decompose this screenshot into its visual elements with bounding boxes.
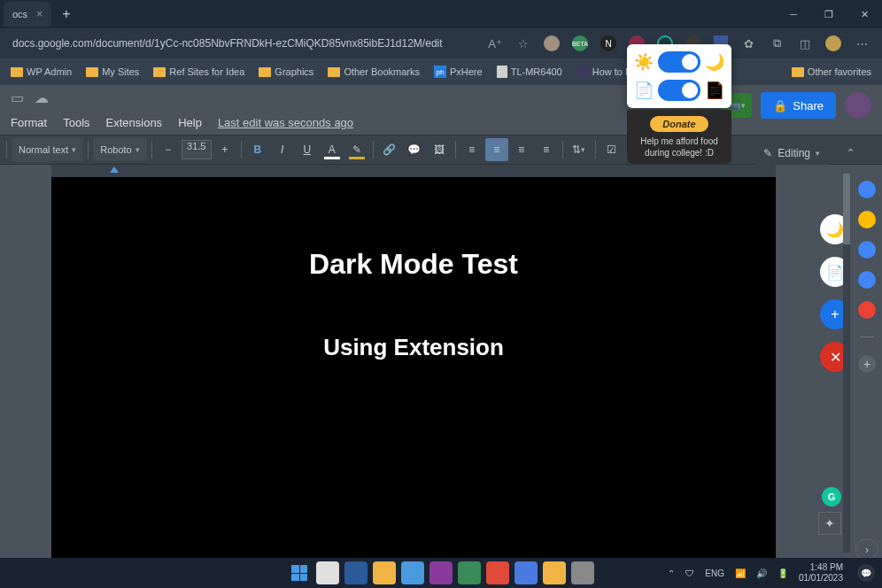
bookmark-item[interactable]: WP Admin — [5, 65, 77, 79]
edge-icon[interactable] — [401, 561, 424, 584]
taskbar-app-5[interactable] — [514, 561, 538, 584]
insert-comment-button[interactable]: 💬 — [403, 138, 426, 161]
collapse-toolbar-button[interactable]: ⌃ — [839, 142, 861, 163]
align-center-button[interactable]: ≡ — [485, 138, 508, 161]
wifi-icon[interactable]: 📶 — [735, 569, 746, 578]
collections-icon[interactable]: ⧉ — [769, 35, 785, 51]
last-edit-link[interactable]: Last edit was seconds ago — [218, 116, 353, 129]
new-tab-button[interactable]: + — [62, 6, 70, 22]
share-button[interactable]: 🔒Share — [761, 92, 836, 119]
other-favorites[interactable]: Other favorites — [786, 65, 877, 79]
align-justify-button[interactable]: ≡ — [535, 138, 558, 161]
security-icon[interactable]: 🛡 — [685, 569, 694, 578]
clock[interactable]: 1:48 PM 01/01/2023 — [799, 562, 843, 584]
doc-toggle[interactable] — [658, 80, 700, 101]
font-select[interactable]: Roboto▾ — [93, 138, 146, 161]
align-right-button[interactable]: ≡ — [510, 138, 533, 161]
bold-button[interactable]: B — [246, 138, 269, 161]
add-addon-button[interactable]: + — [858, 355, 876, 373]
bookmark-item[interactable]: Graphics — [253, 65, 319, 79]
user-avatar[interactable] — [845, 92, 871, 119]
profile-avatar[interactable] — [825, 35, 841, 51]
task-view-icon[interactable] — [316, 561, 339, 584]
document-page[interactable]: Dark Mode Test Using Extension — [51, 177, 776, 558]
docs-logo-icon[interactable]: ▭ — [11, 89, 24, 106]
insert-link-button[interactable]: 🔗 — [378, 138, 401, 161]
document-heading-2: Using Extension — [104, 334, 723, 361]
dark-doc-icon: 📄 — [705, 81, 724, 100]
vertical-scrollbar[interactable] — [843, 174, 850, 553]
align-left-button[interactable]: ≡ — [460, 138, 484, 161]
keep-icon[interactable] — [858, 211, 876, 228]
battery-icon[interactable]: 🔋 — [778, 569, 788, 578]
calendar-icon[interactable] — [858, 181, 876, 198]
extension-icon-1[interactable] — [544, 35, 560, 51]
document-heading-1: Dark Mode Test — [104, 248, 723, 281]
tray-chevron-icon[interactable]: ⌃ — [668, 569, 675, 578]
bookmark-item[interactable]: My Sites — [81, 65, 144, 79]
browser-tab[interactable]: ocs × — [4, 2, 51, 27]
tasks-icon[interactable] — [858, 241, 876, 259]
font-size-input[interactable]: 31.5 — [182, 140, 212, 159]
grammarly-icon[interactable]: G — [822, 487, 841, 507]
folder-icon — [792, 67, 804, 77]
minimize-button[interactable]: ─ — [776, 0, 811, 28]
explore-button[interactable]: ✦ — [818, 512, 841, 535]
file-explorer-icon[interactable] — [373, 561, 396, 584]
pxhere-icon: ph — [434, 66, 446, 78]
bookmark-item[interactable]: TL-MR6400 — [491, 64, 568, 80]
menu-tools[interactable]: Tools — [63, 116, 89, 129]
maximize-button[interactable]: ❐ — [811, 0, 847, 28]
reading-mode-icon[interactable]: A⁺ — [487, 35, 503, 51]
extensions-menu-icon[interactable]: ✿ — [740, 35, 756, 51]
browser-menu-icon[interactable]: ◫ — [797, 35, 813, 51]
taskbar-app-2[interactable] — [429, 561, 453, 584]
favorite-icon[interactable]: ☆ — [515, 35, 531, 51]
scrollbar-thumb[interactable] — [843, 174, 850, 244]
line-spacing-button[interactable]: ⇅▾ — [568, 138, 591, 161]
font-size-increase[interactable]: + — [213, 138, 236, 161]
ruler[interactable] — [0, 165, 882, 177]
style-select[interactable]: Normal text▾ — [12, 138, 83, 161]
taskbar-app-1[interactable] — [344, 561, 368, 584]
donate-button[interactable]: Donate — [650, 116, 708, 132]
taskbar-app-3[interactable] — [458, 561, 481, 584]
folder-icon — [86, 67, 98, 77]
moon-icon: 🌙 — [705, 52, 724, 72]
extension-beta-icon[interactable]: BETA — [572, 35, 588, 51]
close-window-button[interactable]: ✕ — [847, 0, 882, 28]
extension-icon-n[interactable]: N — [600, 35, 616, 51]
start-button[interactable] — [288, 561, 311, 584]
checklist-button[interactable]: ☑ — [600, 138, 623, 161]
language-indicator[interactable]: ENG — [705, 569, 724, 578]
menu-extensions[interactable]: Extensions — [106, 116, 163, 129]
font-size-decrease[interactable]: − — [157, 138, 180, 161]
menu-help[interactable]: Help — [178, 116, 202, 129]
insert-image-button[interactable]: 🖼 — [428, 138, 451, 161]
file-icon — [497, 66, 507, 78]
bookmark-item[interactable]: Other Bookmarks — [322, 65, 425, 79]
theme-toggle[interactable] — [658, 51, 700, 73]
side-panel: + › — [852, 170, 882, 588]
maps-icon[interactable] — [858, 301, 876, 319]
taskbar-app-7[interactable] — [571, 561, 594, 584]
notifications-button[interactable]: 💬 — [857, 564, 875, 582]
taskbar-app-4[interactable] — [486, 561, 509, 584]
url-field[interactable]: docs.google.com/document/d/1yCc-nc085Nbv… — [5, 37, 487, 50]
volume-icon[interactable]: 🔊 — [756, 569, 767, 578]
close-tab-icon[interactable]: × — [36, 8, 43, 20]
more-icon[interactable]: ⋯ — [854, 35, 870, 51]
help-text: Help me afford food during college! :D — [632, 135, 726, 159]
menu-format[interactable]: Format — [11, 116, 47, 129]
bookmark-item[interactable]: Ref Sites for Idea — [148, 65, 250, 79]
italic-button[interactable]: I — [271, 138, 294, 161]
editing-mode-button[interactable]: ✎Editing▾ — [754, 142, 829, 165]
underline-button[interactable]: U — [296, 138, 319, 161]
folder-icon — [11, 67, 23, 77]
taskbar-app-6[interactable] — [543, 561, 566, 584]
bookmark-item[interactable]: phPxHere — [429, 64, 488, 80]
cloud-status-icon[interactable]: ☁ — [35, 89, 49, 106]
contacts-icon[interactable] — [858, 271, 876, 289]
highlight-button[interactable]: ✎ — [345, 138, 368, 161]
text-color-button[interactable]: A — [321, 138, 344, 161]
